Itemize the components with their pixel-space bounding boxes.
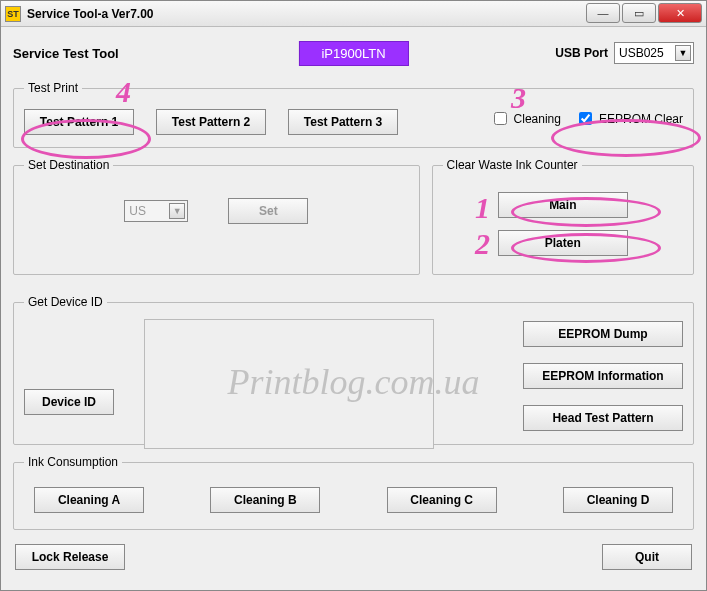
- usb-port-combo[interactable]: USB025 ▼: [614, 42, 694, 64]
- eeprom-clear-label: EEPROM Clear: [599, 112, 683, 126]
- set-destination-group: Set Destination US ▼ Set: [13, 158, 420, 275]
- set-destination-legend: Set Destination: [24, 158, 113, 172]
- test-pattern-1-button[interactable]: Test Pattern 1: [24, 109, 134, 135]
- cleaning-a-button[interactable]: Cleaning A: [34, 487, 144, 513]
- header-row: Service Test Tool iP1900LTN USB Port USB…: [13, 37, 694, 69]
- clear-waste-legend: Clear Waste Ink Counter: [443, 158, 582, 172]
- client-area: Service Test Tool iP1900LTN USB Port USB…: [1, 27, 706, 590]
- cleaning-d-button[interactable]: Cleaning D: [563, 487, 673, 513]
- get-device-id-group: Get Device ID Device ID EEPROM Dump EEPR…: [13, 295, 694, 445]
- cleaning-checkbox[interactable]: [494, 112, 507, 125]
- quit-button[interactable]: Quit: [602, 544, 692, 570]
- mid-two-col: Set Destination US ▼ Set Clear Waste Ink…: [13, 158, 694, 285]
- head-test-pattern-button[interactable]: Head Test Pattern: [523, 405, 683, 431]
- cleaning-c-button[interactable]: Cleaning C: [387, 487, 497, 513]
- test-print-checks: Cleaning EEPROM Clear: [490, 109, 683, 128]
- usb-port-value: USB025: [619, 46, 664, 60]
- usb-port-group: USB Port USB025 ▼: [555, 42, 694, 64]
- lock-release-button[interactable]: Lock Release: [15, 544, 125, 570]
- window-buttons: — ▭ ✕: [586, 3, 702, 23]
- test-pattern-3-button[interactable]: Test Pattern 3: [288, 109, 398, 135]
- usb-port-label: USB Port: [555, 46, 608, 60]
- get-device-right-col: EEPROM Dump EEPROM Information Head Test…: [523, 321, 683, 431]
- test-print-legend: Test Print: [24, 81, 82, 95]
- test-print-group: Test Print Test Pattern 1 Test Pattern 2…: [13, 81, 694, 148]
- eeprom-clear-check-wrap[interactable]: EEPROM Clear: [575, 109, 683, 128]
- ink-consumption-legend: Ink Consumption: [24, 455, 122, 469]
- device-id-button[interactable]: Device ID: [24, 389, 114, 415]
- region-combo: US ▼: [124, 200, 188, 222]
- eeprom-dump-button[interactable]: EEPROM Dump: [523, 321, 683, 347]
- ink-row: Cleaning A Cleaning B Cleaning C Cleanin…: [24, 483, 683, 517]
- test-pattern-2-button[interactable]: Test Pattern 2: [156, 109, 266, 135]
- close-button[interactable]: ✕: [658, 3, 702, 23]
- model-badge: iP1900LTN: [298, 41, 408, 66]
- region-value: US: [129, 204, 146, 218]
- chevron-down-icon: ▼: [169, 203, 185, 219]
- tool-label: Service Test Tool: [13, 46, 119, 61]
- main-button[interactable]: Main: [498, 192, 628, 218]
- clear-waste-group: Clear Waste Ink Counter Main Platen: [432, 158, 694, 275]
- app-window: ST Service Tool-a Ver7.00 — ▭ ✕ Service …: [0, 0, 707, 591]
- cleaning-check-wrap[interactable]: Cleaning: [490, 109, 561, 128]
- bottom-row: Lock Release Quit: [13, 540, 694, 570]
- chevron-down-icon[interactable]: ▼: [675, 45, 691, 61]
- eeprom-clear-checkbox[interactable]: [579, 112, 592, 125]
- device-id-textarea: [144, 319, 434, 449]
- set-button: Set: [228, 198, 308, 224]
- ink-consumption-group: Ink Consumption Cleaning A Cleaning B Cl…: [13, 455, 694, 530]
- titlebar: ST Service Tool-a Ver7.00 — ▭ ✕: [1, 1, 706, 27]
- maximize-button[interactable]: ▭: [622, 3, 656, 23]
- app-icon: ST: [5, 6, 21, 22]
- eeprom-information-button[interactable]: EEPROM Information: [523, 363, 683, 389]
- platen-button[interactable]: Platen: [498, 230, 628, 256]
- get-device-id-legend: Get Device ID: [24, 295, 107, 309]
- minimize-button[interactable]: —: [586, 3, 620, 23]
- cleaning-label: Cleaning: [514, 112, 561, 126]
- window-title: Service Tool-a Ver7.00: [27, 7, 154, 21]
- set-destination-inner: US ▼ Set: [24, 186, 409, 236]
- clear-waste-buttons: Main Platen: [443, 186, 683, 262]
- cleaning-b-button[interactable]: Cleaning B: [210, 487, 320, 513]
